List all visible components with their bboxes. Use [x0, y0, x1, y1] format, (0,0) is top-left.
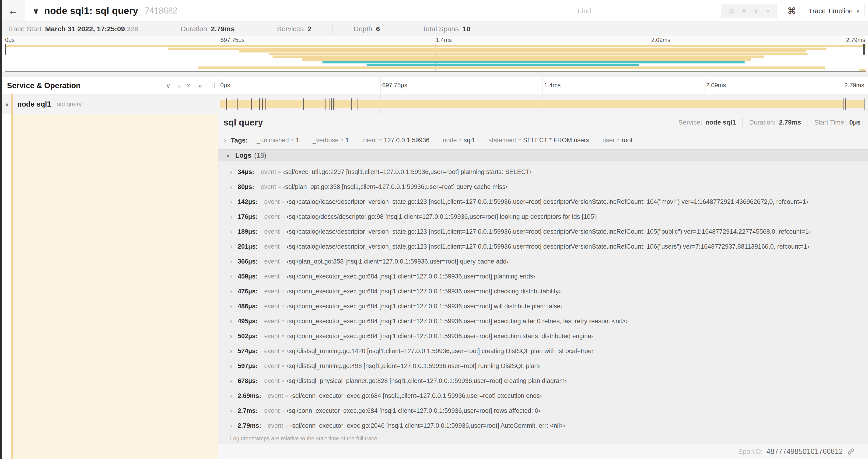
log-field-key: event: [264, 362, 280, 370]
log-marker: [843, 98, 843, 110]
chevron-right-icon: ›: [230, 333, 232, 340]
tag-item[interactable]: node=sql1: [436, 136, 482, 145]
tag-item[interactable]: _verbose=1: [306, 136, 356, 145]
span-detail-panel: sql query Service:node sql1Duration:2.79…: [218, 114, 868, 444]
tags-label: Tags:: [231, 137, 248, 144]
log-row[interactable]: ›476μs:event=‹sql/conn_executor_exec.go:…: [218, 284, 868, 299]
tag-item[interactable]: _unfinished=1: [250, 136, 306, 145]
timeline-header-row: Service & Operation ∨ › » » 0μs697.75μs1…: [0, 77, 868, 94]
logs-section-header[interactable]: ∨ Logs (18): [218, 149, 868, 161]
tag-value: sql1: [464, 137, 475, 144]
log-row[interactable]: ›574μs:event=‹sql/distsql_running.go:142…: [218, 343, 868, 358]
log-field-value: ‹sql/catalog/descs/descriptor.go:98 [nsq…: [286, 213, 598, 220]
minimap-canvas[interactable]: [5, 44, 866, 72]
span-detail-titlebar: sql query Service:node sql1Duration:2.79…: [218, 114, 868, 131]
summary-value: 2: [308, 25, 311, 33]
chevron-right-icon[interactable]: ›: [224, 137, 226, 144]
log-field-key: event: [264, 378, 280, 385]
log-row[interactable]: ›34μs:event=‹sql/exec_util.go:2297 [nsql…: [218, 164, 868, 179]
column-resize-handle[interactable]: [211, 81, 216, 90]
tag-value: 1: [296, 137, 299, 144]
log-timestamp: 80μs:: [238, 183, 254, 191]
log-row[interactable]: ›678μs:event=‹sql/distsql_physical_plann…: [218, 373, 868, 388]
minimap-tick-label: 2.79ms: [846, 37, 865, 43]
link-icon[interactable]: [847, 448, 855, 456]
chevron-down-icon[interactable]: ∨: [226, 152, 230, 159]
expand-all-icon[interactable]: »: [198, 81, 202, 90]
equals-sign: =: [280, 333, 286, 339]
log-row[interactable]: ›597μs:event=‹sql/distsql_running.go:498…: [218, 358, 868, 373]
log-row[interactable]: ›2.7ms:event=‹sql/conn_executor_exec.go:…: [218, 403, 868, 418]
minimap-tick-label: 0μs: [5, 37, 15, 43]
back-button[interactable]: ←: [2, 0, 25, 22]
collapse-all-icon[interactable]: »: [185, 84, 193, 88]
equals-sign: =: [280, 199, 286, 204]
log-field-key: event: [264, 243, 280, 250]
equals-sign: =: [280, 274, 286, 279]
keyboard-shortcuts-button[interactable]: ⌘: [784, 4, 799, 18]
tag-key: _verbose: [313, 137, 339, 144]
trace-view-selector[interactable]: Trace Timeline ∨: [804, 4, 865, 18]
log-row[interactable]: ›502μs:event=‹sql/conn_executor_exec.go:…: [218, 329, 868, 343]
log-row[interactable]: ›189μs:event=‹sql/catalog/lease/descript…: [218, 224, 868, 239]
span-row-node-sql1[interactable]: ∨ node sql1 sql query: [0, 94, 868, 114]
log-marker: [329, 98, 330, 110]
summary-value: 10: [462, 25, 470, 33]
range-scrubber-left[interactable]: [5, 44, 6, 55]
log-timestamp: 495μs:: [238, 318, 258, 325]
expand-one-icon[interactable]: ›: [178, 81, 180, 90]
collapse-trace-icon[interactable]: ∨: [33, 6, 39, 15]
ruler-tick-label: 2.09ms: [706, 81, 726, 89]
log-row[interactable]: ›142μs:event=‹sql/catalog/lease/descript…: [218, 194, 868, 209]
log-field-value: ‹sql/conn_executor_exec.go:684 [nsql1,cl…: [286, 407, 540, 415]
tag-item[interactable]: client=127.0.0.1:59936: [356, 136, 436, 145]
find-input[interactable]: [572, 4, 721, 18]
log-marker: [331, 98, 332, 110]
chevron-right-icon: ›: [230, 168, 232, 176]
log-row[interactable]: ›459μs:event=‹sql/conn_executor_exec.go:…: [218, 269, 868, 284]
equals-sign: =: [280, 259, 286, 264]
span-expander-icon[interactable]: ∨: [5, 94, 9, 114]
chevron-right-icon: ›: [230, 362, 232, 370]
log-row[interactable]: ›495μs:event=‹sql/conn_executor_exec.go:…: [218, 314, 868, 329]
equals-sign: =: [377, 138, 384, 143]
detail-info-item: Duration:2.79ms: [743, 118, 808, 127]
focus-match-icon[interactable]: ◎: [728, 7, 734, 14]
equals-sign: =: [280, 214, 286, 220]
log-row[interactable]: ›2.69ms:event=‹sql/conn_executor_exec.go…: [218, 388, 868, 403]
span-detail-info: Service:node sql1Duration:2.79msStart Ti…: [672, 118, 862, 127]
log-row[interactable]: ›366μs:event=‹sql/plan_opt.go:358 [nsql1…: [218, 254, 868, 269]
clear-find-icon[interactable]: ×: [766, 7, 770, 14]
log-field-value: ‹sql/conn_executor_exec.go:684 [nsql1,cl…: [286, 273, 535, 280]
detail-info-item: Start Time:0μs: [808, 118, 862, 127]
back-arrow-icon: ←: [8, 4, 19, 17]
span-duration-bar[interactable]: [220, 100, 865, 108]
prev-match-icon[interactable]: ∧: [741, 7, 746, 14]
range-scrubber-right[interactable]: [863, 44, 865, 55]
minimap-span: [5, 45, 866, 47]
log-field-value: ‹sql/exec_util.go:2297 [nsql1,client=127…: [283, 168, 532, 176]
log-row[interactable]: ›176μs:event=‹sql/catalog/descs/descript…: [218, 209, 868, 224]
tag-item[interactable]: user=root: [596, 136, 639, 145]
summary-item: Total Spans10: [422, 25, 491, 33]
equals-sign: =: [280, 244, 286, 249]
log-row[interactable]: ›80μs:event=‹sql/plan_opt.go:358 [nsql1,…: [218, 179, 868, 194]
minimap-span: [302, 58, 751, 61]
tags-section[interactable]: › Tags: _unfinished=1_verbose=1client=12…: [218, 131, 868, 149]
log-row[interactable]: ›201μs:event=‹sql/catalog/lease/descript…: [218, 239, 868, 254]
log-row[interactable]: ›2.79ms:event=‹sql/conn_executor_exec.go…: [218, 418, 868, 433]
log-timestamp: 366μs:: [238, 258, 258, 265]
span-bar-track[interactable]: [218, 94, 866, 114]
summary-label: Depth: [353, 25, 372, 33]
timeline-ruler: 0μs697.75μs1.4ms2.09ms2.79ms: [218, 77, 866, 94]
tag-item[interactable]: statement=SELECT * FROM users: [482, 136, 596, 145]
summary-label: Services: [277, 25, 304, 33]
chevron-right-icon: ›: [230, 422, 232, 429]
log-row[interactable]: ›486μs:event=‹sql/conn_executor_exec.go:…: [218, 299, 868, 314]
tag-value: SELECT * FROM users: [523, 137, 589, 144]
logs-count: (18): [254, 152, 267, 159]
collapse-one-icon[interactable]: ∨: [166, 81, 171, 90]
log-timestamp: 2.69ms:: [238, 392, 261, 399]
next-match-icon[interactable]: ∨: [753, 7, 758, 14]
log-field-key: event: [268, 422, 283, 429]
